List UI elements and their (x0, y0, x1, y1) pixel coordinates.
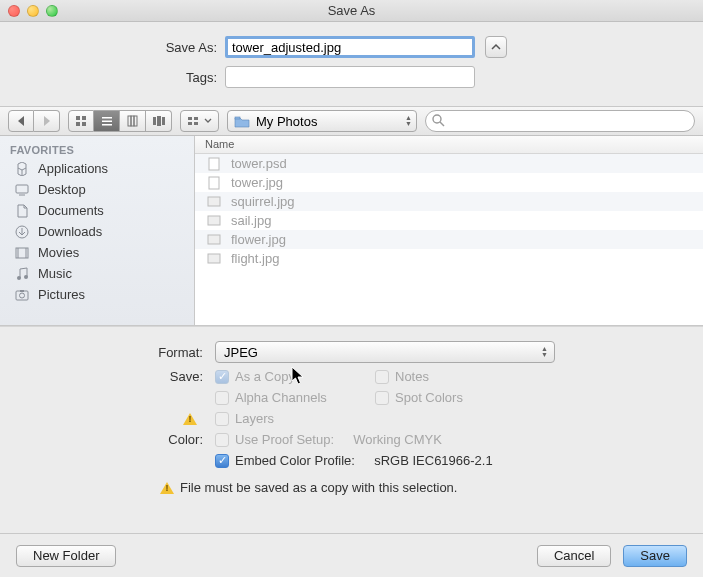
browser-toolbar: My Photos ▲▼ (0, 106, 703, 136)
svg-rect-0 (76, 116, 80, 120)
svg-rect-30 (20, 290, 24, 292)
close-window-button[interactable] (8, 5, 20, 17)
checkbox-checked-icon: ✓ (215, 370, 229, 384)
file-row[interactable]: squirrel.jpg (195, 192, 703, 211)
svg-rect-4 (102, 117, 112, 119)
location-popup[interactable]: My Photos ▲▼ (227, 110, 417, 132)
save-as-form: Save As: Tags: (0, 22, 703, 106)
checkbox-icon (215, 412, 229, 426)
file-name: sail.jpg (231, 213, 271, 228)
movies-icon (14, 247, 30, 259)
column-view-button[interactable] (120, 110, 146, 132)
svg-rect-28 (16, 291, 28, 300)
zoom-window-button[interactable] (46, 5, 58, 17)
save-options: Format: JPEG ▲▼ Save: ✓As a Copy Notes A… (0, 326, 703, 507)
grid-icon (75, 115, 87, 127)
list-view-button[interactable] (94, 110, 120, 132)
file-row[interactable]: tower.psd (195, 154, 703, 173)
saveas-input[interactable] (225, 36, 475, 58)
desktop-icon (14, 184, 30, 196)
file-icon (207, 176, 221, 190)
checkbox-icon (215, 391, 229, 405)
svg-rect-14 (188, 122, 192, 125)
forward-button[interactable] (34, 110, 60, 132)
svg-rect-15 (194, 117, 198, 120)
warning-icon (183, 412, 197, 426)
arrange-button[interactable] (180, 110, 219, 132)
checkbox-checked-icon: ✓ (215, 454, 229, 468)
nav-buttons (8, 110, 60, 132)
sidebar-item-label: Music (38, 266, 72, 281)
file-row[interactable]: tower.jpg (195, 173, 703, 192)
search-input[interactable] (425, 110, 695, 132)
layers-checkbox: Layers (215, 411, 274, 426)
applications-icon (14, 162, 30, 176)
dialog-footer: New Folder Cancel Save (0, 533, 703, 577)
music-icon (14, 267, 30, 281)
updown-arrows-icon: ▲▼ (405, 115, 412, 127)
expand-collapse-button[interactable] (485, 36, 507, 58)
new-folder-button[interactable]: New Folder (16, 545, 116, 567)
file-browser: FAVORITES Applications Desktop Documents… (0, 136, 703, 326)
as-a-copy-checkbox: ✓As a Copy (215, 369, 375, 384)
sidebar-item-music[interactable]: Music (0, 263, 194, 284)
sidebar-item-desktop[interactable]: Desktop (0, 179, 194, 200)
file-name: tower.psd (231, 156, 287, 171)
chevron-down-icon (204, 118, 212, 124)
svg-rect-31 (209, 158, 219, 170)
tags-input[interactable] (225, 66, 475, 88)
view-mode-buttons (68, 110, 172, 132)
icon-view-button[interactable] (68, 110, 94, 132)
svg-rect-20 (16, 185, 28, 193)
checkbox-icon (215, 433, 229, 447)
file-icon (207, 215, 221, 226)
embed-profile-checkbox[interactable]: ✓Embed Color Profile: sRGB IEC61966-2.1 (215, 453, 493, 468)
coverflow-view-button[interactable] (146, 110, 172, 132)
arrange-icon (187, 115, 201, 127)
sidebar-item-label: Movies (38, 245, 79, 260)
list-icon (101, 115, 113, 127)
svg-rect-3 (82, 122, 86, 126)
sidebar-item-label: Downloads (38, 224, 102, 239)
file-row[interactable]: sail.jpg (195, 211, 703, 230)
file-name: tower.jpg (231, 175, 283, 190)
alpha-channels-checkbox: Alpha Channels (215, 390, 375, 405)
window-title: Save As (0, 3, 703, 18)
checkbox-icon (375, 370, 389, 384)
updown-arrows-icon: ▲▼ (541, 346, 548, 358)
column-header-name[interactable]: Name (195, 136, 703, 154)
svg-rect-35 (208, 235, 220, 244)
sidebar: FAVORITES Applications Desktop Documents… (0, 136, 195, 325)
file-name: flight.jpg (231, 251, 279, 266)
search-field-wrap (425, 110, 695, 132)
file-row[interactable]: flight.jpg (195, 249, 703, 268)
svg-point-26 (17, 276, 21, 280)
file-icon (207, 234, 221, 245)
sidebar-item-label: Pictures (38, 287, 85, 302)
warning-icon (160, 481, 174, 495)
sidebar-item-downloads[interactable]: Downloads (0, 221, 194, 242)
svg-rect-33 (208, 197, 220, 206)
chevron-up-icon (491, 43, 501, 51)
pictures-icon (14, 289, 30, 301)
folder-icon (234, 115, 250, 128)
svg-rect-11 (157, 116, 161, 126)
titlebar: Save As (0, 0, 703, 22)
format-label: Format: (20, 345, 215, 360)
triangle-right-icon (43, 116, 51, 126)
file-name: squirrel.jpg (231, 194, 295, 209)
file-row[interactable]: flower.jpg (195, 230, 703, 249)
sidebar-item-movies[interactable]: Movies (0, 242, 194, 263)
format-popup[interactable]: JPEG ▲▼ (215, 341, 555, 363)
file-name: flower.jpg (231, 232, 286, 247)
cancel-button[interactable]: Cancel (537, 545, 611, 567)
documents-icon (14, 204, 30, 218)
save-options-label: Save: (20, 369, 215, 384)
svg-rect-10 (153, 117, 156, 125)
save-button[interactable]: Save (623, 545, 687, 567)
sidebar-item-documents[interactable]: Documents (0, 200, 194, 221)
minimize-window-button[interactable] (27, 5, 39, 17)
back-button[interactable] (8, 110, 34, 132)
sidebar-item-applications[interactable]: Applications (0, 158, 194, 179)
sidebar-item-pictures[interactable]: Pictures (0, 284, 194, 305)
